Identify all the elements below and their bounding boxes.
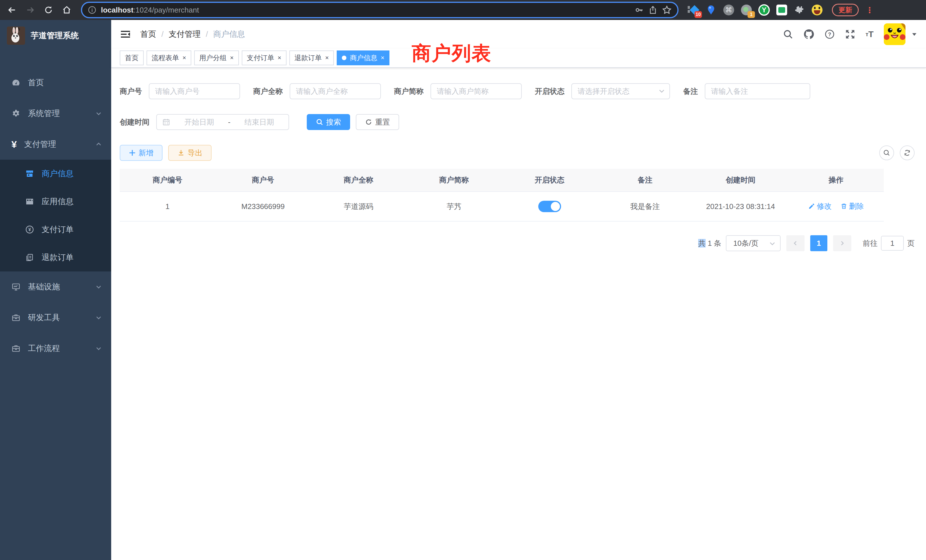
start-date-placeholder[interactable]: 开始日期 xyxy=(175,117,224,127)
total-prefix: 共 xyxy=(698,239,706,248)
chevron-down-icon xyxy=(769,240,776,247)
gear-icon xyxy=(11,109,21,118)
sidebar-item-pay-order[interactable]: ¥ 支付订单 xyxy=(0,216,111,244)
tab-label: 用户分组 xyxy=(199,53,227,62)
extension-diamond-icon[interactable]: 10 xyxy=(688,4,699,16)
tab-pay-order[interactable]: 支付订单× xyxy=(242,50,286,65)
date-range-picker[interactable]: 开始日期 - 结束日期 xyxy=(156,114,289,130)
merchant-no-input[interactable] xyxy=(149,83,240,99)
font-size-icon[interactable]: тT xyxy=(865,29,873,39)
sidebar-item-devtools[interactable]: 研发工具 xyxy=(0,302,111,333)
cell-merchant-id: 1 xyxy=(120,192,215,221)
pagination: 共 1 条 10条/页 1 xyxy=(120,235,915,251)
active-dot xyxy=(342,56,346,60)
sidebar-item-refund-order[interactable]: 退款订单 xyxy=(0,244,111,271)
merchant-table: 商户编号 商户号 商户全称 商户简称 开启状态 备注 创建时间 操作 1 xyxy=(120,169,884,221)
close-icon[interactable]: × xyxy=(183,54,186,62)
bookmark-star-icon[interactable] xyxy=(662,5,672,15)
field-label: 开启状态 xyxy=(535,86,564,96)
close-icon[interactable]: × xyxy=(278,54,281,62)
sidebar-item-system[interactable]: 系统管理 xyxy=(0,98,111,129)
col-created-at: 创建时间 xyxy=(693,169,788,192)
shop-icon xyxy=(25,169,34,178)
tab-merchant-info[interactable]: 商户信息× xyxy=(337,50,389,65)
export-button[interactable]: 导出 xyxy=(168,145,212,161)
field-status: 开启状态 xyxy=(535,83,670,99)
yen-icon: ¥ xyxy=(11,140,17,149)
y-glyph: Y xyxy=(758,4,770,16)
date-separator: - xyxy=(228,118,231,127)
next-page-button[interactable] xyxy=(833,235,851,251)
browser-update-button[interactable]: 更新 xyxy=(832,4,859,16)
trash-icon xyxy=(840,203,847,210)
page-size-select[interactable]: 10条/页 xyxy=(726,235,781,251)
chevron-down-icon xyxy=(95,283,102,290)
extension-command-icon[interactable]: ⌘ xyxy=(723,4,734,16)
close-icon[interactable]: × xyxy=(230,54,234,62)
status-toggle[interactable] xyxy=(538,201,561,212)
extension-y-icon[interactable]: Y xyxy=(758,4,770,16)
edit-link[interactable]: 修改 xyxy=(808,201,832,211)
sidebar-item-merchant-info[interactable]: 商户信息 xyxy=(0,160,111,188)
extension-emoji-icon[interactable] xyxy=(811,4,823,16)
sidebar-item-label: 支付订单 xyxy=(42,224,102,235)
browser-forward-button[interactable] xyxy=(23,3,38,17)
page-size-value: 10条/页 xyxy=(733,238,758,248)
goto-page-input[interactable] xyxy=(881,236,904,251)
sidebar-logo-row[interactable]: 芋道管理系统 xyxy=(0,20,111,51)
search-button[interactable]: 搜索 xyxy=(307,114,350,130)
address-bar[interactable]: localhost:1024/pay/merchant xyxy=(81,2,679,18)
col-shortname: 商户简称 xyxy=(406,169,502,192)
merchant-fullname-input[interactable] xyxy=(290,83,381,99)
extension-puzzle-icon[interactable] xyxy=(794,4,805,16)
status-select-input[interactable] xyxy=(571,83,670,99)
search-icon[interactable] xyxy=(783,29,793,39)
sidebar-item-label: 基础设施 xyxy=(28,282,88,292)
chat-shape xyxy=(776,5,787,15)
tab-user-group[interactable]: 用户分组× xyxy=(194,50,239,65)
sidebar-item-app-info[interactable]: 应用信息 xyxy=(0,188,111,216)
browser-reload-button[interactable] xyxy=(41,3,56,17)
avatar-caret-icon[interactable] xyxy=(911,31,917,37)
sidebar-item-workflow[interactable]: 工作流程 xyxy=(0,333,111,364)
show-search-toggle-button[interactable] xyxy=(879,145,894,160)
tab-refund-order[interactable]: 退款订单× xyxy=(289,50,334,65)
breadcrumb-home[interactable]: 首页 xyxy=(140,29,156,39)
field-label: 商户全称 xyxy=(253,86,283,96)
sidebar-item-infra[interactable]: 基础设施 xyxy=(0,271,111,302)
close-icon[interactable]: × xyxy=(381,54,384,62)
browser-home-button[interactable] xyxy=(59,3,74,17)
extension-chat-icon[interactable] xyxy=(776,4,787,16)
end-date-placeholder[interactable]: 结束日期 xyxy=(235,117,283,127)
site-info-icon[interactable] xyxy=(88,6,96,14)
browser-back-button[interactable] xyxy=(5,3,20,17)
extension-balloon-icon[interactable] xyxy=(705,4,717,16)
refresh-table-button[interactable] xyxy=(900,145,915,160)
merchant-shortname-input[interactable] xyxy=(431,83,522,99)
remark-input[interactable] xyxy=(705,83,810,99)
sidebar-item-home[interactable]: 首页 xyxy=(0,67,111,98)
status-select[interactable] xyxy=(571,83,670,99)
add-button[interactable]: 新增 xyxy=(120,145,162,161)
fullscreen-icon[interactable] xyxy=(845,29,855,39)
field-label: 商户号 xyxy=(120,86,142,96)
tab-process-form[interactable]: 流程表单× xyxy=(147,50,191,65)
reset-button[interactable]: 重置 xyxy=(356,114,399,130)
url-path: :1024/pay/merchant xyxy=(133,6,199,14)
tab-home[interactable]: 首页 xyxy=(120,50,144,65)
prev-page-button[interactable] xyxy=(786,235,805,251)
breadcrumb-pay[interactable]: 支付管理 xyxy=(169,29,201,39)
github-icon[interactable] xyxy=(803,29,814,39)
extension-camera-icon[interactable]: 1 xyxy=(741,4,752,16)
help-icon[interactable]: ? xyxy=(825,29,835,39)
sidebar-collapse-icon[interactable] xyxy=(120,29,131,40)
header-actions: ? тT xyxy=(783,23,917,45)
delete-link[interactable]: 删除 xyxy=(840,201,864,211)
sidebar-item-pay[interactable]: ¥ 支付管理 xyxy=(0,129,111,160)
page-1-button[interactable]: 1 xyxy=(810,235,828,251)
share-icon[interactable] xyxy=(648,5,657,15)
browser-menu-icon[interactable]: ⋮ xyxy=(865,5,873,15)
close-icon[interactable]: × xyxy=(325,54,329,62)
password-key-icon[interactable] xyxy=(635,5,644,15)
avatar[interactable] xyxy=(884,23,905,45)
